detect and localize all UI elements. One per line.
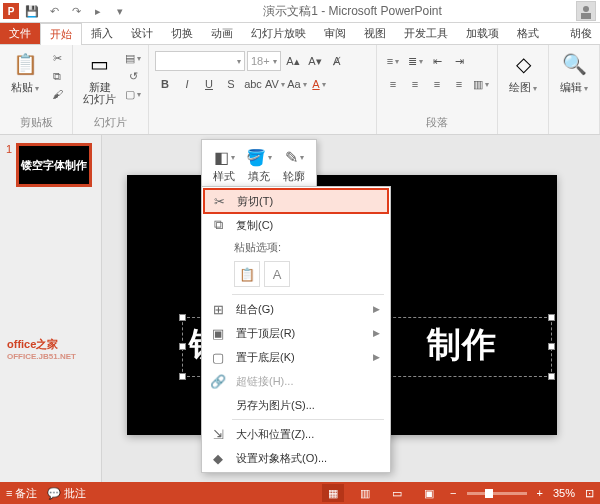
drawing-button[interactable]: ◇ 绘图▾ xyxy=(504,47,542,97)
tab-design[interactable]: 设计 xyxy=(122,23,162,44)
ribbon-editing: 🔍 编辑▾ xyxy=(549,45,600,134)
mini-style-label: 样式 xyxy=(213,169,235,184)
sel-handle-se[interactable] xyxy=(548,373,555,380)
qat-undo-icon[interactable]: ↶ xyxy=(45,2,63,20)
align-center-icon[interactable]: ≡ xyxy=(405,74,425,94)
ribbon-tabs: 文件 开始 插入 设计 切换 动画 幻灯片放映 审阅 视图 开发工具 加载项 格… xyxy=(0,23,600,45)
fill-icon: 🪣▾ xyxy=(248,146,270,168)
ctx-format-object[interactable]: ◆ 设置对象格式(O)... xyxy=(204,446,388,470)
justify-icon[interactable]: ≡ xyxy=(449,74,469,94)
tab-view[interactable]: 视图 xyxy=(355,23,395,44)
tab-review[interactable]: 审阅 xyxy=(315,23,355,44)
shadow-button[interactable]: S xyxy=(221,74,241,94)
watermark-sub: OFFICE.JB51.NET xyxy=(7,352,76,361)
italic-button[interactable]: I xyxy=(177,74,197,94)
clear-format-icon[interactable]: A̸ xyxy=(327,51,347,71)
align-right-icon[interactable]: ≡ xyxy=(427,74,447,94)
numbering-icon[interactable]: ≣▾ xyxy=(405,51,425,71)
zoom-value[interactable]: 35% xyxy=(553,487,575,499)
view-slideshow-icon[interactable]: ▣ xyxy=(418,484,440,502)
font-group-label xyxy=(155,130,370,132)
sel-handle-sw[interactable] xyxy=(179,373,186,380)
ctx-hyperlink: 🔗 超链接(H)... xyxy=(204,369,388,393)
mini-toolbar: ◧▾ 样式 🪣▾ 填充 ✎▾ 轮廓 xyxy=(201,139,317,191)
ctx-savepic-label: 另存为图片(S)... xyxy=(236,398,380,413)
cut-icon[interactable]: ✂ xyxy=(48,50,66,66)
paste-opt-picture[interactable]: A xyxy=(264,261,290,287)
tab-slideshow[interactable]: 幻灯片放映 xyxy=(242,23,315,44)
align-left-icon[interactable]: ≡ xyxy=(383,74,403,94)
ctx-bring-front[interactable]: ▣ 置于顶层(R) ▶ xyxy=(204,321,388,345)
ctx-size-label: 大小和位置(Z)... xyxy=(236,427,380,442)
grow-font-icon[interactable]: A▴ xyxy=(283,51,303,71)
columns-icon[interactable]: ▥▾ xyxy=(471,74,491,94)
status-comments[interactable]: 💬 批注 xyxy=(47,486,86,501)
reset-icon[interactable]: ↺ xyxy=(124,68,142,84)
font-size-select[interactable]: 18+▾ xyxy=(247,51,281,71)
new-slide-button[interactable]: ▭ 新建 幻灯片 xyxy=(79,47,120,107)
fit-window-icon[interactable]: ⊡ xyxy=(585,487,594,500)
zoom-thumb[interactable] xyxy=(485,489,493,498)
paste-button[interactable]: 📋 粘贴▾ xyxy=(6,47,44,97)
user-avatar[interactable] xyxy=(576,1,596,21)
qat-redo-icon[interactable]: ↷ xyxy=(67,2,85,20)
bullets-icon[interactable]: ≡▾ xyxy=(383,51,403,71)
tab-format[interactable]: 格式 xyxy=(508,23,548,44)
tab-animations[interactable]: 动画 xyxy=(202,23,242,44)
ctx-cut[interactable]: ✂ 剪切(T) xyxy=(204,189,388,213)
view-reading-icon[interactable]: ▭ xyxy=(386,484,408,502)
mini-style-button[interactable]: ◧▾ 样式 xyxy=(208,144,240,186)
ctx-group[interactable]: ⊞ 组合(G) ▶ xyxy=(204,297,388,321)
bold-button[interactable]: B xyxy=(155,74,175,94)
strike-button[interactable]: abc xyxy=(243,74,263,94)
mini-outline-button[interactable]: ✎▾ 轮廓 xyxy=(278,144,310,186)
editing-button[interactable]: 🔍 编辑▾ xyxy=(555,47,593,97)
section-icon[interactable]: ▢▾ xyxy=(124,86,142,102)
sel-handle-w[interactable] xyxy=(179,343,186,350)
change-case-button[interactable]: Aa▾ xyxy=(287,74,307,94)
ctx-link-label: 超链接(H)... xyxy=(236,374,380,389)
indent-dec-icon[interactable]: ⇤ xyxy=(427,51,447,71)
thumbnail-pane[interactable]: 1 镂空字体制作 xyxy=(0,135,102,482)
indent-inc-icon[interactable]: ⇥ xyxy=(449,51,469,71)
tab-developer[interactable]: 开发工具 xyxy=(395,23,457,44)
qat-save-icon[interactable]: 💾 xyxy=(23,2,41,20)
ribbon-paragraph: ≡▾ ≣▾ ⇤ ⇥ ≡ ≡ ≡ ≡ ▥▾ 段落 xyxy=(377,45,498,134)
context-menu: ✂ 剪切(T) ⧉ 复制(C) 粘贴选项: 📋 A ⊞ 组合(G) ▶ ▣ 置于… xyxy=(201,186,391,473)
qat-start-icon[interactable]: ▸ xyxy=(89,2,107,20)
view-sorter-icon[interactable]: ▥ xyxy=(354,484,376,502)
spacing-button[interactable]: AV▾ xyxy=(265,74,285,94)
tab-file[interactable]: 文件 xyxy=(0,23,40,44)
slide-thumbnail[interactable]: 镂空字体制作 xyxy=(16,143,92,187)
copy-icon: ⧉ xyxy=(208,217,228,233)
shrink-font-icon[interactable]: A▾ xyxy=(305,51,325,71)
font-size-value: 18+ xyxy=(251,55,270,67)
sel-handle-nw[interactable] xyxy=(179,314,186,321)
ctx-save-as-pic[interactable]: 另存为图片(S)... xyxy=(204,393,388,417)
qat-customize-icon[interactable]: ▾ xyxy=(111,2,129,20)
zoom-slider[interactable] xyxy=(467,492,527,495)
tab-home[interactable]: 开始 xyxy=(40,23,82,45)
tab-insert[interactable]: 插入 xyxy=(82,23,122,44)
mini-fill-button[interactable]: 🪣▾ 填充 xyxy=(243,144,275,186)
layout-icon[interactable]: ▤▾ xyxy=(124,50,142,66)
zoom-in[interactable]: + xyxy=(537,487,543,499)
ctx-size-position[interactable]: ⇲ 大小和位置(Z)... xyxy=(204,422,388,446)
shapes-icon: ◇ xyxy=(508,49,538,79)
copy-icon[interactable]: ⧉ xyxy=(48,68,66,84)
tab-transitions[interactable]: 切换 xyxy=(162,23,202,44)
zoom-out[interactable]: − xyxy=(450,487,456,499)
sel-handle-ne[interactable] xyxy=(548,314,555,321)
status-notes[interactable]: ≡ 备注 xyxy=(6,486,37,501)
ctx-copy[interactable]: ⧉ 复制(C) xyxy=(204,213,388,237)
view-normal-icon[interactable]: ▦ xyxy=(322,484,344,502)
paste-opt-theme[interactable]: 📋 xyxy=(234,261,260,287)
font-color-button[interactable]: A▾ xyxy=(309,74,329,94)
tab-user[interactable]: 胡俊 xyxy=(561,23,600,44)
underline-button[interactable]: U xyxy=(199,74,219,94)
format-painter-icon[interactable]: 🖌 xyxy=(48,86,66,102)
ctx-send-back[interactable]: ▢ 置于底层(K) ▶ xyxy=(204,345,388,369)
font-family-select[interactable]: ▾ xyxy=(155,51,245,71)
sel-handle-e[interactable] xyxy=(548,343,555,350)
tab-addins[interactable]: 加载项 xyxy=(457,23,508,44)
